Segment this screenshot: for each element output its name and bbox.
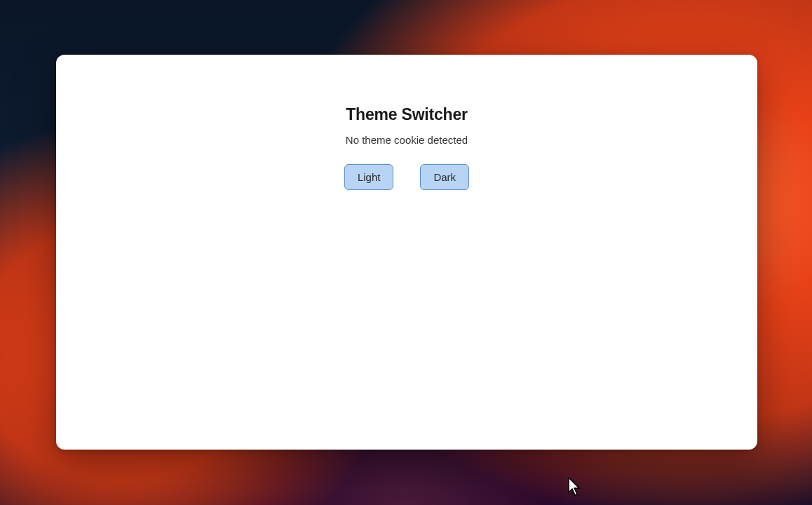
light-theme-button[interactable]: Light: [344, 164, 394, 190]
page-title: Theme Switcher: [346, 105, 468, 124]
dark-theme-button[interactable]: Dark: [420, 164, 469, 190]
app-window: Theme Switcher No theme cookie detected …: [56, 55, 757, 450]
main-content: Theme Switcher No theme cookie detected …: [56, 55, 757, 190]
theme-button-group: Light Dark: [344, 164, 469, 190]
status-message: No theme cookie detected: [346, 134, 468, 146]
